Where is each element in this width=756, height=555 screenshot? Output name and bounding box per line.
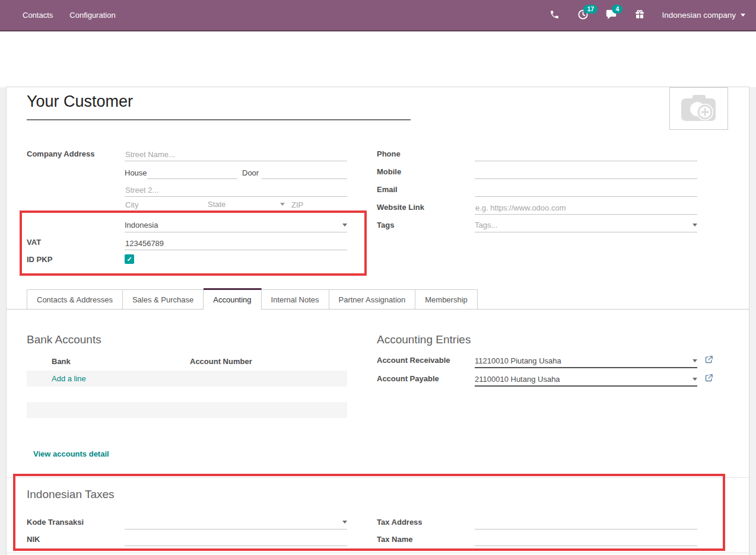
indonesian-taxes-heading: Indonesian Taxes bbox=[27, 488, 115, 501]
id-pkp-label: ID PKP bbox=[27, 255, 52, 264]
street2-input[interactable] bbox=[125, 184, 347, 197]
voip-button[interactable] bbox=[548, 9, 561, 22]
account-payable-select[interactable]: 21100010 Hutang Usaha bbox=[475, 372, 697, 387]
nik-label: NIK bbox=[27, 535, 40, 544]
phone-label: Phone bbox=[377, 149, 401, 158]
company-name: Indonesian company bbox=[662, 11, 736, 20]
app-menu: Contacts Configuration bbox=[0, 11, 116, 20]
rewards-button[interactable] bbox=[633, 9, 646, 22]
account-receivable-value: 11210010 Piutang Usaha bbox=[475, 356, 689, 365]
company-switcher[interactable]: Indonesian company bbox=[662, 11, 745, 20]
bank-table-row[interactable]: Add a line bbox=[27, 371, 347, 387]
top-navbar: Contacts Configuration 17 4 Indones bbox=[0, 0, 756, 31]
notebook-tabs: Contacts & Addresses Sales & Purchase Ac… bbox=[27, 289, 478, 310]
vat-input[interactable] bbox=[125, 237, 347, 250]
kode-transaksi-label: Kode Transaksi bbox=[27, 518, 84, 527]
tax-name-label: Tax Name bbox=[377, 535, 412, 544]
messages-button[interactable]: 4 bbox=[605, 9, 618, 22]
scrollbar-gutter[interactable] bbox=[749, 87, 756, 555]
tab-contacts-addresses[interactable]: Contacts & Addresses bbox=[27, 289, 123, 310]
chevron-down-icon bbox=[342, 521, 347, 524]
accounting-entries-heading: Accounting Entries bbox=[377, 333, 471, 346]
message-count-badge: 4 bbox=[612, 5, 622, 14]
title-underline bbox=[27, 119, 411, 120]
tab-sales-purchase[interactable]: Sales & Purchase bbox=[123, 289, 204, 310]
website-link-label: Website Link bbox=[377, 203, 424, 212]
tax-address-label: Tax Address bbox=[377, 518, 423, 527]
left-gutter bbox=[0, 87, 6, 555]
external-link-icon[interactable] bbox=[704, 374, 713, 382]
menu-configuration[interactable]: Configuration bbox=[69, 11, 115, 20]
country-select[interactable]: Indonesia bbox=[125, 218, 347, 232]
bank-table-empty-row bbox=[27, 402, 347, 418]
bank-accounts-heading: Bank Accounts bbox=[27, 333, 101, 346]
company-address-label: Company Address bbox=[27, 149, 94, 158]
tax-address-input[interactable] bbox=[475, 516, 697, 530]
systray: 17 4 Indonesian company bbox=[548, 0, 745, 30]
section-divider bbox=[7, 477, 749, 478]
state-select[interactable]: State bbox=[208, 197, 285, 212]
door-label: Door bbox=[242, 168, 259, 177]
tab-internal-notes[interactable]: Internal Notes bbox=[262, 289, 329, 310]
page-title[interactable]: Your Customer bbox=[27, 92, 133, 111]
zip-input[interactable] bbox=[291, 199, 347, 212]
phone-icon bbox=[549, 9, 560, 21]
chevron-down-icon bbox=[693, 224, 697, 227]
account-payable-label: Account Payable bbox=[377, 374, 439, 383]
tags-label: Tags bbox=[377, 221, 394, 229]
mobile-label: Mobile bbox=[377, 167, 401, 176]
id-pkp-checkbox[interactable] bbox=[125, 254, 134, 264]
account-receivable-select[interactable]: 11210010 Piutang Usaha bbox=[475, 354, 697, 368]
chevron-down-icon bbox=[342, 224, 347, 227]
tab-membership[interactable]: Membership bbox=[415, 289, 478, 310]
house-input[interactable] bbox=[147, 166, 237, 179]
external-link-icon[interactable] bbox=[704, 355, 713, 364]
chevron-down-icon bbox=[693, 378, 697, 381]
tab-partner-assignation[interactable]: Partner Assignation bbox=[329, 289, 416, 310]
mobile-input[interactable] bbox=[475, 166, 697, 179]
vat-label: VAT bbox=[27, 238, 41, 247]
gift-icon bbox=[634, 9, 645, 21]
account-payable-value: 21100010 Hutang Usaha bbox=[475, 375, 689, 384]
chevron-down-icon bbox=[693, 359, 697, 362]
tax-name-input[interactable] bbox=[475, 533, 697, 546]
partner-image-placeholder[interactable] bbox=[669, 87, 728, 130]
add-a-line-link[interactable]: Add a line bbox=[52, 374, 86, 383]
activity-count-badge: 17 bbox=[583, 5, 598, 14]
email-input[interactable] bbox=[475, 184, 697, 197]
website-input[interactable] bbox=[475, 202, 697, 215]
account-receivable-label: Account Receivable bbox=[377, 356, 450, 365]
account-number-column-header[interactable]: Account Number bbox=[190, 357, 252, 366]
kode-transaksi-select[interactable] bbox=[125, 515, 347, 530]
email-label: Email bbox=[377, 185, 398, 194]
view-accounts-detail-link[interactable]: View accounts detail bbox=[33, 449, 109, 458]
section-divider bbox=[7, 553, 749, 553]
menu-contacts[interactable]: Contacts bbox=[23, 11, 53, 20]
city-input[interactable] bbox=[125, 199, 196, 212]
house-label: House bbox=[125, 168, 147, 177]
nik-input[interactable] bbox=[125, 533, 347, 546]
tags-select[interactable]: Tags... bbox=[475, 218, 697, 232]
chevron-down-icon bbox=[741, 14, 745, 17]
bank-column-header[interactable]: Bank bbox=[52, 357, 71, 366]
door-input[interactable] bbox=[262, 166, 347, 179]
phone-input[interactable] bbox=[475, 148, 697, 161]
country-value: Indonesia bbox=[125, 221, 339, 229]
chevron-down-icon bbox=[280, 203, 285, 206]
activities-button[interactable]: 17 bbox=[576, 9, 589, 22]
camera-plus-icon bbox=[679, 92, 719, 125]
tab-accounting[interactable]: Accounting bbox=[204, 288, 261, 310]
street-input[interactable] bbox=[125, 148, 347, 161]
